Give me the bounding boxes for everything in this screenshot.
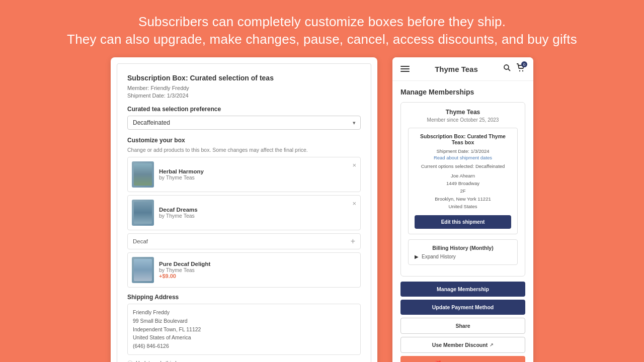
product-brand-2: by Thyme Teas [159,213,356,219]
shipment-date-detail: Shipment Date: 1/3/2024 [415,148,511,154]
tea-preference-dropdown[interactable]: Decaffeinated [127,116,361,130]
update-payment-button[interactable]: Update Payment Method [400,300,525,315]
cart-icon[interactable]: 0 [516,63,525,74]
product-img-2 [132,200,154,226]
extra-product-img [132,257,154,283]
right-panel: Thyme Teas 0 M [392,57,533,362]
expand-history-row[interactable]: ▶ Expand History [415,254,511,259]
category-label: Decaf [133,238,148,244]
billing-title: Billing History (Monthly) [415,245,511,251]
edit-shipment-button[interactable]: Edit this shipment [415,215,511,229]
search-icon[interactable] [503,64,511,74]
extra-product-brand: by Thyme Teas [159,267,356,273]
extra-product-price: +$9.00 [159,273,356,279]
extra-product-info: Pure Decaf Delight by Thyme Teas +$9.00 [159,261,356,279]
product-img-1 [132,161,154,188]
product-card-1: Herbal Harmony by Thyme Teas × [127,157,361,192]
page-title: Manage Memberships [400,88,525,96]
shipment-date-link[interactable]: Read about shipment dates [415,155,511,160]
product-info-2: Decaf Dreams by Thyme Teas [159,207,356,219]
remove-product-1[interactable]: × [352,161,356,169]
member-card: Thyme Teas Member since October 25, 2023… [400,102,525,277]
radio-group: Update only this box. Use these settings… [127,360,361,362]
current-options: Current options selected: Decaffeinated [415,163,511,169]
discount-row[interactable]: Use Member Discount ↗ [400,337,525,353]
shipment-card: Subscription Box: Curated Thyme Teas box… [408,128,518,234]
shipping-address: Friendly Freddy 99 Small Biz Boulevard I… [127,304,361,355]
external-link-icon: ↗ [490,342,494,347]
extra-product-card: Pure Decaf Delight by Thyme Teas +$9.00 [127,252,361,288]
header-icons: 0 [503,63,525,74]
panels-container: Subscription Box: Curated selection of t… [0,57,644,362]
app-title: Thyme Teas [435,65,478,73]
product-name-2: Decaf Dreams [159,207,356,213]
header-line1: Subscribers can completely customize box… [30,14,614,30]
remove-product-2[interactable]: × [352,200,356,207]
member-name: Thyme Teas [408,109,518,116]
expand-arrow-icon: ▶ [415,254,419,259]
product-info-1: Herbal Harmony by Thyme Teas [159,168,356,180]
billing-card: Billing History (Monthly) ▶ Expand Histo… [408,239,518,265]
member-label: Member: Friendly Freddy [127,85,361,91]
product-brand-1: by Thyme Teas [159,174,356,180]
radio-row-1[interactable]: Update only this box. [127,360,361,362]
gift-membership-button[interactable]: 🎁 Gift a membership [400,356,525,362]
shipment-address: Joe Ahearn 1449 Broadway 2F Brooklyn, Ne… [415,172,511,210]
header-line2: They can also upgrade, make changes, pau… [30,32,614,47]
extra-product-name: Pure Decaf Delight [159,261,356,267]
radio-label-1: Update only this box. [136,360,185,362]
shipment-date: Shipment Date: 1/3/2024 [127,93,361,99]
product-name-1: Herbal Harmony [159,168,356,174]
header-section: Subscribers can completely customize box… [0,0,644,57]
dropdown-wrapper[interactable]: Decaffeinated [127,116,361,130]
customize-title: Customize your box [127,137,361,144]
svg-point-2 [519,70,520,71]
curated-section-label: Curated tea selection preference [127,106,361,113]
manage-membership-button[interactable]: Manage Membership [400,282,525,297]
mobile-header: Thyme Teas 0 [392,57,533,81]
svg-line-1 [508,69,510,71]
svg-point-3 [522,70,523,71]
svg-point-0 [504,65,509,69]
customize-subtitle: Change or add products to this box. Some… [127,147,361,153]
left-panel: Subscription Box: Curated selection of t… [111,57,377,362]
hamburger-menu-icon[interactable] [400,66,410,72]
share-button[interactable]: Share [400,318,525,334]
discount-label: Use Member Discount [432,342,488,348]
box-title: Subscription Box: Curated selection of t… [127,74,361,82]
category-row[interactable]: Decaf + [127,233,361,249]
cart-badge: 0 [521,61,527,67]
shipping-title: Shipping Address [127,294,361,301]
product-card-2: Decaf Dreams by Thyme Teas × [127,195,361,230]
manage-section: Manage Memberships Thyme Teas Member sin… [392,81,533,362]
expand-label: Expand History [422,254,456,259]
left-inner-panel: Subscription Box: Curated selection of t… [117,63,371,362]
add-category-btn[interactable]: + [351,237,355,246]
shipment-box-title: Subscription Box: Curated Thyme Teas box [415,133,511,145]
member-since: Member since October 25, 2023 [408,117,518,123]
